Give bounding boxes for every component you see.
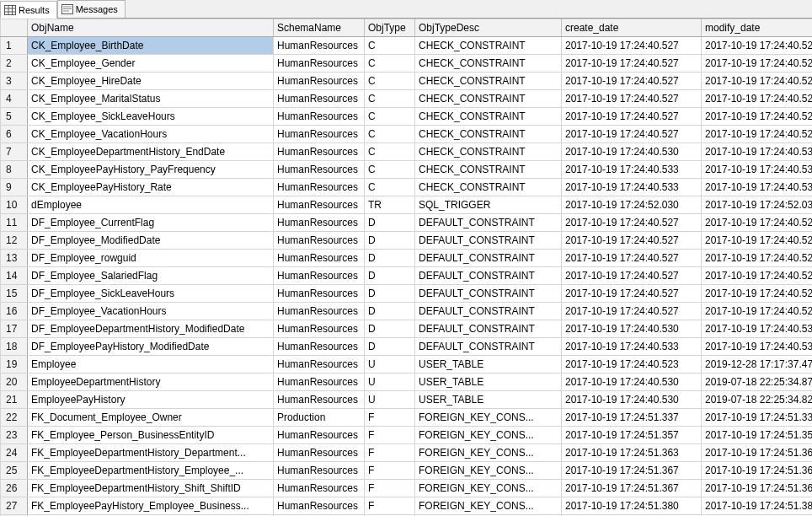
- table-row[interactable]: 27FK_EmployeePayHistory_Employee_Busines…: [1, 497, 813, 515]
- cell-objname[interactable]: DF_Employee_CurrentFlag: [28, 214, 274, 232]
- cell-schemaname[interactable]: HumanResources: [274, 303, 365, 320]
- cell-schemaname[interactable]: HumanResources: [274, 427, 365, 444]
- cell-objname[interactable]: CK_Employee_VacationHours: [28, 126, 274, 143]
- table-row[interactable]: 1CK_Employee_BirthDateHumanResourcesCCHE…: [1, 37, 813, 55]
- cell-schemaname[interactable]: HumanResources: [274, 73, 365, 90]
- cell-objtypedesc[interactable]: CHECK_CONSTRAINT: [415, 73, 562, 90]
- cell-objname[interactable]: FK_Document_Employee_Owner: [28, 409, 274, 427]
- cell-objtypedesc[interactable]: FOREIGN_KEY_CONS...: [415, 409, 562, 427]
- cell-objname[interactable]: FK_EmployeeDepartmentHistory_Department.…: [28, 444, 274, 462]
- cell-objtype[interactable]: D: [365, 285, 415, 303]
- cell-objtype[interactable]: F: [365, 497, 415, 515]
- row-number[interactable]: 4: [1, 90, 28, 108]
- table-row[interactable]: 24FK_EmployeeDepartmentHistory_Departmen…: [1, 444, 813, 462]
- cell-createdate[interactable]: 2017-10-19 17:24:40.533: [562, 338, 702, 356]
- cell-modifydate[interactable]: 2017-10-19 17:24:40.527: [702, 126, 813, 143]
- cell-objtypedesc[interactable]: FOREIGN_KEY_CONS...: [415, 427, 562, 444]
- cell-schemaname[interactable]: HumanResources: [274, 196, 365, 214]
- row-number[interactable]: 7: [1, 143, 28, 161]
- cell-schemaname[interactable]: HumanResources: [274, 90, 365, 108]
- cell-createdate[interactable]: 2017-10-19 17:24:52.030: [562, 196, 702, 214]
- cell-schemaname[interactable]: HumanResources: [274, 55, 365, 73]
- cell-objtypedesc[interactable]: DEFAULT_CONSTRAINT: [415, 303, 562, 320]
- cell-createdate[interactable]: 2017-10-19 17:24:40.523: [562, 356, 702, 374]
- cell-objtype[interactable]: C: [365, 73, 415, 90]
- cell-objtypedesc[interactable]: FOREIGN_KEY_CONS...: [415, 497, 562, 515]
- cell-objtypedesc[interactable]: CHECK_CONSTRAINT: [415, 108, 562, 126]
- results-grid-wrap[interactable]: ObjName SchemaName ObjType ObjTypeDesc c…: [0, 19, 812, 516]
- cell-schemaname[interactable]: HumanResources: [274, 250, 365, 267]
- cell-modifydate[interactable]: 2017-10-19 17:24:40.533: [702, 179, 813, 196]
- cell-modifydate[interactable]: 2017-10-19 17:24:40.530: [702, 143, 813, 161]
- cell-modifydate[interactable]: 2017-10-19 17:24:40.527: [702, 214, 813, 232]
- results-grid[interactable]: ObjName SchemaName ObjType ObjTypeDesc c…: [0, 19, 812, 516]
- cell-objtypedesc[interactable]: FOREIGN_KEY_CONS...: [415, 444, 562, 462]
- cell-objtypedesc[interactable]: CHECK_CONSTRAINT: [415, 143, 562, 161]
- cell-objname[interactable]: FK_EmployeePayHistory_Employee_Business.…: [28, 497, 274, 515]
- col-modifydate[interactable]: modify_date: [702, 19, 813, 37]
- cell-modifydate[interactable]: 2019-07-18 22:25:34.820: [702, 391, 813, 409]
- cell-schemaname[interactable]: HumanResources: [274, 374, 365, 391]
- col-objname[interactable]: ObjName: [28, 19, 274, 37]
- cell-schemaname[interactable]: HumanResources: [274, 391, 365, 409]
- cell-modifydate[interactable]: 2017-10-19 17:24:51.367: [702, 462, 813, 480]
- cell-objtypedesc[interactable]: CHECK_CONSTRAINT: [415, 179, 562, 196]
- cell-schemaname[interactable]: HumanResources: [274, 444, 365, 462]
- cell-objtypedesc[interactable]: DEFAULT_CONSTRAINT: [415, 232, 562, 250]
- cell-objtype[interactable]: TR: [365, 196, 415, 214]
- table-row[interactable]: 22FK_Document_Employee_OwnerProductionFF…: [1, 409, 813, 427]
- table-row[interactable]: 12DF_Employee_ModifiedDateHumanResources…: [1, 232, 813, 250]
- table-row[interactable]: 15DF_Employee_SickLeaveHoursHumanResourc…: [1, 285, 813, 303]
- cell-schemaname[interactable]: HumanResources: [274, 285, 365, 303]
- row-number[interactable]: 20: [1, 374, 28, 391]
- cell-objname[interactable]: FK_EmployeeDepartmentHistory_Employee_..…: [28, 462, 274, 480]
- cell-objtype[interactable]: D: [365, 303, 415, 320]
- cell-createdate[interactable]: 2017-10-19 17:24:40.527: [562, 55, 702, 73]
- cell-createdate[interactable]: 2017-10-19 17:24:40.527: [562, 126, 702, 143]
- table-row[interactable]: 6CK_Employee_VacationHoursHumanResources…: [1, 126, 813, 143]
- cell-objtype[interactable]: U: [365, 391, 415, 409]
- cell-createdate[interactable]: 2017-10-19 17:24:51.367: [562, 480, 702, 497]
- row-number[interactable]: 25: [1, 462, 28, 480]
- cell-objname[interactable]: FK_Employee_Person_BusinessEntityID: [28, 427, 274, 444]
- cell-schemaname[interactable]: HumanResources: [274, 143, 365, 161]
- cell-createdate[interactable]: 2017-10-19 17:24:40.527: [562, 37, 702, 55]
- cell-modifydate[interactable]: 2017-10-19 17:24:40.527: [702, 73, 813, 90]
- table-row[interactable]: 5CK_Employee_SickLeaveHoursHumanResource…: [1, 108, 813, 126]
- table-row[interactable]: 26FK_EmployeeDepartmentHistory_Shift_Shi…: [1, 480, 813, 497]
- row-number[interactable]: 12: [1, 232, 28, 250]
- cell-modifydate[interactable]: 2019-12-28 17:17:37.477: [702, 356, 813, 374]
- cell-objtypedesc[interactable]: FOREIGN_KEY_CONS...: [415, 480, 562, 497]
- cell-objtype[interactable]: D: [365, 232, 415, 250]
- cell-objname[interactable]: DF_EmployeePayHistory_ModifiedDate: [28, 338, 274, 356]
- cell-objtypedesc[interactable]: DEFAULT_CONSTRAINT: [415, 267, 562, 285]
- row-number[interactable]: 23: [1, 427, 28, 444]
- cell-schemaname[interactable]: HumanResources: [274, 214, 365, 232]
- cell-createdate[interactable]: 2017-10-19 17:24:40.533: [562, 161, 702, 179]
- cell-objtypedesc[interactable]: USER_TABLE: [415, 391, 562, 409]
- cell-objtypedesc[interactable]: DEFAULT_CONSTRAINT: [415, 338, 562, 356]
- table-row[interactable]: 3CK_Employee_HireDateHumanResourcesCCHEC…: [1, 73, 813, 90]
- cell-objtype[interactable]: C: [365, 143, 415, 161]
- table-row[interactable]: 10dEmployeeHumanResourcesTRSQL_TRIGGER20…: [1, 196, 813, 214]
- row-number[interactable]: 5: [1, 108, 28, 126]
- cell-modifydate[interactable]: 2017-10-19 17:24:40.527: [702, 267, 813, 285]
- cell-schemaname[interactable]: HumanResources: [274, 37, 365, 55]
- cell-modifydate[interactable]: 2017-10-19 17:24:40.533: [702, 338, 813, 356]
- cell-objtype[interactable]: C: [365, 179, 415, 196]
- row-number[interactable]: 21: [1, 391, 28, 409]
- table-row[interactable]: 13DF_Employee_rowguidHumanResourcesDDEFA…: [1, 250, 813, 267]
- tab-results[interactable]: Results: [0, 1, 57, 19]
- cell-schemaname[interactable]: HumanResources: [274, 126, 365, 143]
- cell-schemaname[interactable]: HumanResources: [274, 462, 365, 480]
- row-number[interactable]: 19: [1, 356, 28, 374]
- cell-objname[interactable]: dEmployee: [28, 196, 274, 214]
- row-number[interactable]: 15: [1, 285, 28, 303]
- cell-objtype[interactable]: D: [365, 214, 415, 232]
- col-schemaname[interactable]: SchemaName: [274, 19, 365, 37]
- table-row[interactable]: 8CK_EmployeePayHistory_PayFrequencyHuman…: [1, 161, 813, 179]
- cell-objtype[interactable]: C: [365, 161, 415, 179]
- cell-modifydate[interactable]: 2017-10-19 17:24:40.533: [702, 161, 813, 179]
- cell-schemaname[interactable]: Production: [274, 409, 365, 427]
- cell-objtypedesc[interactable]: CHECK_CONSTRAINT: [415, 55, 562, 73]
